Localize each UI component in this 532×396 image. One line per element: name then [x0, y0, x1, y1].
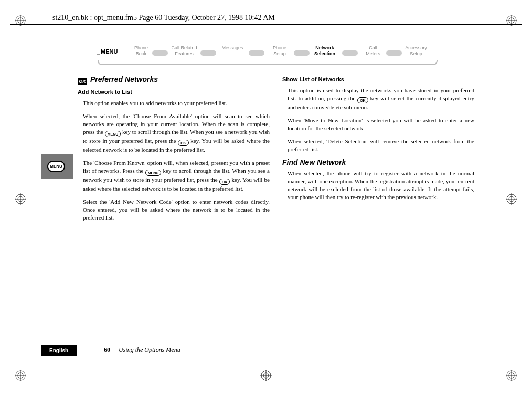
menu-key-icon: MENU [145, 170, 162, 176]
body-text: When selected, the 'Choose From Availabl… [83, 112, 270, 154]
ok-badge-icon: OK [78, 78, 87, 85]
body-text: This option is used to display the netwo… [288, 87, 474, 111]
ok-key-icon: OK [178, 140, 189, 146]
registration-mark-icon [506, 370, 517, 381]
body-text: When selected, the phone will try to reg… [288, 170, 474, 201]
menu-item-network-selection: NetworkSelection [308, 45, 341, 57]
menu-item-phone-book: PhoneBook [125, 45, 157, 57]
ok-key-icon: OK [219, 179, 230, 185]
menu-item-call-meters: CallMeters [357, 45, 389, 57]
menu-key-icon: MENU [105, 131, 121, 137]
document-header-path: st210_en.bk : opt_menu.fm5 Page 60 Tuesd… [52, 14, 275, 22]
subheading-show-list: Show List of Networks [282, 76, 474, 84]
heading-preferred-networks: OK Preferred Networks [78, 76, 270, 85]
body-text: When 'Move to New Location' is selected … [288, 117, 474, 132]
right-column: Show List of Networks This option is use… [288, 76, 474, 206]
bottom-rule [10, 363, 522, 363]
ok-key-icon: OK [357, 97, 368, 103]
heading-find-new-network: Find New Network [282, 159, 474, 166]
chapter-title: Using the Options Menu [119, 346, 180, 354]
body-text: The 'Choose From Known' option will, whe… [83, 159, 270, 193]
menu-item-accessory-setup: AccessorySetup [400, 45, 432, 57]
registration-mark-icon [15, 193, 26, 205]
menu-navigation-strip: MENU PhoneBook Call RelatedFeatures Mess… [100, 45, 435, 65]
body-text: When selected, 'Delete Selection' will r… [288, 138, 474, 153]
subheading-add-network: Add Network to List [78, 88, 270, 96]
registration-mark-icon [506, 193, 517, 205]
menu-item-phone-setup: PhoneSetup [263, 45, 296, 57]
registration-mark-icon [15, 370, 26, 381]
left-column: OK Preferred Networks Add Network to Lis… [83, 76, 270, 227]
body-text: Select the 'Add New Network Code' option… [83, 198, 270, 222]
registration-mark-icon [260, 370, 272, 381]
body-text: This option enables you to add networks … [83, 99, 270, 107]
menu-item-call-related: Call RelatedFeatures [168, 45, 200, 57]
top-rule [10, 24, 522, 25]
menu-key-icon: MENU [47, 161, 65, 172]
language-tag: English [41, 345, 77, 356]
menu-item-messages: Messages [216, 45, 249, 51]
page-footer: English 60 Using the Options Menu [41, 345, 490, 356]
page-number: 60 [104, 346, 110, 354]
menu-label: MENU [101, 48, 118, 55]
